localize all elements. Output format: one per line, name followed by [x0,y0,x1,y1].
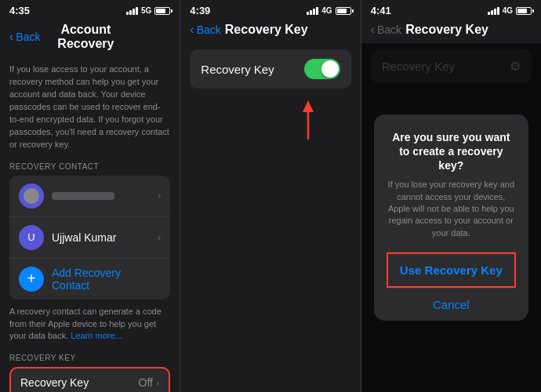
status-time-2: 4:39 [190,5,210,16]
chevron-icon-ujjwal: › [158,231,161,243]
account-recovery-desc: If you lose access to your account, a re… [9,64,170,151]
status-icons-1: 5G [126,6,170,15]
back-label-1: Back [16,31,40,43]
panel-account-recovery: 4:35 5G ‹ Back Account Recovery If you l… [0,0,180,392]
network-type-2: 4G [321,6,332,15]
status-bar-1: 4:35 5G [0,0,180,20]
status-time-3: 4:41 [371,5,391,16]
nav-bar-3: ‹ Back Recovery Key [361,20,541,43]
section-label-key: RECOVERY KEY [9,354,170,362]
status-bar-3: 4:41 4G [361,0,541,20]
contact-placeholder-item[interactable]: › [9,176,170,217]
contact-desc-text: A recovery contact can generate a code f… [9,306,170,343]
recovery-key-row-label: Recovery Key [201,63,274,76]
arrow-container [190,104,350,151]
panel-recovery-key-dialog: 4:41 4G ‹ Back Recovery Key Recovery Key… [361,0,541,392]
p3-content: Recovery Key ⚙ Are you sure you want to … [361,43,541,392]
section-label-contact: RECOVERY CONTACT [9,162,170,171]
recovery-contact-list: › U Ujjwal Kumar › + Add Recovery Contac… [9,176,170,299]
ujjwal-kumar-contact-item[interactable]: U Ujjwal Kumar › [9,217,170,259]
toggle-knob [321,60,339,78]
modal-btn-area: Use Recovery Key Cancel [387,252,516,321]
p2-content: Recovery Key [180,43,360,392]
back-button-2[interactable]: ‹ Back [190,23,220,37]
signal-icon-2 [307,7,318,15]
modal-body: If you lose your recovery key and cannot… [387,179,516,239]
recovery-key-label: Recovery Key [20,376,139,389]
red-arrow-icon [289,96,328,143]
contact-name-placeholder [52,192,114,200]
nav-title-2: Recovery Key [221,23,312,37]
status-bar-2: 4:39 4G [180,0,360,20]
avatar-placeholder [19,183,44,209]
cancel-button[interactable]: Cancel [387,288,516,321]
nav-bar-2: ‹ Back Recovery Key [180,20,360,43]
recovery-key-toggle-row: Recovery Key [190,49,350,89]
ujjwal-contact-name: Ujjwal Kumar [52,231,158,244]
status-icons-2: 4G [307,6,350,15]
ujjwal-avatar: U [19,225,44,250]
add-contact-label: Add Recovery Contact [52,267,161,292]
signal-icon-1 [126,7,138,15]
nav-title-1: Account Recovery [40,23,131,51]
modal-title: Are you sure you want to create a recove… [387,130,516,173]
recovery-key-confirm-dialog: Are you sure you want to create a recove… [374,114,528,321]
back-button-3[interactable]: ‹ Back [371,23,401,37]
add-contact-icon: + [19,267,44,292]
battery-icon-1 [154,7,170,15]
status-time-1: 4:35 [9,5,30,16]
back-label-2: Back [197,24,221,36]
back-label-3: Back [377,24,401,36]
back-arrow-icon-2: ‹ [190,23,194,37]
add-recovery-contact-item[interactable]: + Add Recovery Contact [9,259,170,299]
status-icons-3: 4G [488,6,532,15]
nav-title-3: Recovery Key [401,23,492,37]
use-recovery-key-button[interactable]: Use Recovery Key [387,252,516,288]
network-type-3: 4G [503,6,513,15]
network-type-1: 5G [141,6,151,15]
modal-overlay: Are you sure you want to create a recove… [361,43,541,392]
chevron-icon-placeholder: › [158,190,161,201]
recovery-key-section: Recovery Key Off › [9,367,170,392]
p1-content: If you lose access to your account, a re… [0,57,180,392]
svg-marker-1 [303,100,314,112]
back-arrow-icon-3: ‹ [371,23,375,37]
back-arrow-icon-1: ‹ [9,30,13,44]
battery-icon-3 [516,7,532,15]
recovery-key-value: Off [139,376,153,389]
signal-icon-3 [488,7,499,15]
recovery-key-chevron: › [156,377,159,389]
nav-bar-1: ‹ Back Account Recovery [0,20,180,57]
recovery-key-item[interactable]: Recovery Key Off › [11,368,169,392]
learn-more-link-1[interactable]: Learn more... [71,331,122,340]
recovery-key-toggle[interactable] [304,59,340,79]
panel-recovery-key-toggle: 4:39 4G ‹ Back Recovery Key Recovery Key [180,0,360,392]
back-button-1[interactable]: ‹ Back [9,30,40,44]
battery-icon-2 [336,7,351,15]
